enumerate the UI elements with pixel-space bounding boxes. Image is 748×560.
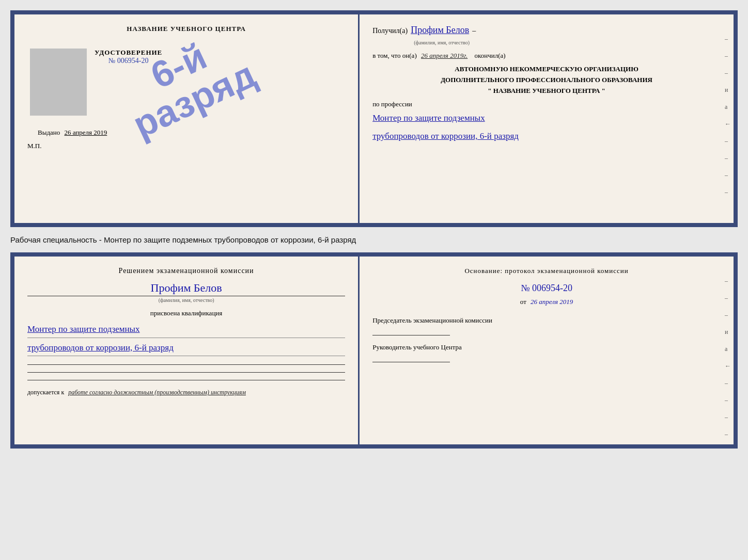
org-line3: " НАЗВАНИЕ УЧЕБНОГО ЦЕНТРА "	[372, 86, 721, 97]
org-line2: ДОПОЛНИТЕЛЬНОГО ПРОФЕССИОНАЛЬНОГО ОБРАЗО…	[372, 75, 721, 86]
cert-number: № 006954-20	[95, 57, 162, 65]
admission-text: допускается к работе согласно должностны…	[27, 389, 345, 396]
head-block: Руководитель учебного Центра	[372, 343, 721, 362]
specialty-label: Рабочая специальность - Монтер по защите…	[10, 233, 738, 246]
dash-after-name: –	[472, 27, 476, 35]
bottom-person-name: Профим Белов	[27, 281, 345, 296]
top-document: НАЗВАНИЕ УЧЕБНОГО ЦЕНТРА 6-й разряд УДОС…	[10, 10, 738, 227]
solid-line-2	[27, 372, 345, 373]
page-wrapper: НАЗВАНИЕ УЧЕБНОГО ЦЕНТРА 6-й разряд УДОС…	[10, 10, 738, 449]
in-that-label: в том, что он(а)	[372, 52, 417, 59]
qual-line1: Монтер по защите подземных	[27, 322, 345, 338]
basis-title: Основание: протокол экзаменационной коми…	[372, 267, 721, 275]
cert-title: УДОСТОВЕРЕНИЕ	[95, 49, 162, 57]
profession-line2: трубопроводов от коррозии, 6-й разряд	[372, 129, 721, 145]
bottom-person-name-label: (фамилия, имя, отчество)	[27, 297, 345, 303]
completed-label: окончил(а)	[475, 52, 506, 59]
right-side-decorations-bottom: – – – и а ← – – – –	[725, 277, 731, 438]
protocol-number: № 006954-20	[372, 283, 721, 294]
profession-label: по профессии	[372, 100, 412, 108]
photo-placeholder	[30, 49, 87, 116]
top-doc-left-panel: НАЗВАНИЕ УЧЕБНОГО ЦЕНТРА 6-й разряд УДОС…	[14, 14, 360, 223]
solid-line-1	[27, 364, 345, 365]
qual-line2: трубопроводов от коррозии, 6-й разряд	[27, 340, 345, 357]
mp-line: М.П.	[27, 142, 41, 150]
bottom-document: Решением экзаменационной комиссии Профим…	[10, 252, 738, 449]
right-side-decorations: – – – и а ← – – – –	[725, 35, 731, 196]
issued-line: Выдано 26 апреля 2019	[38, 129, 107, 137]
head-title: Руководитель учебного Центра	[372, 343, 462, 351]
head-signature-line	[372, 362, 450, 362]
profession-line1: Монтер по защите подземных	[372, 110, 721, 126]
admission-italic: работе согласно должностным (производств…	[68, 389, 246, 396]
institution-name-top: НАЗВАНИЕ УЧЕБНОГО ЦЕНТРА	[127, 25, 246, 33]
mp-label: М.П.	[27, 142, 41, 150]
chairman-signature-line	[372, 335, 450, 335]
admission-prefix: допускается к	[27, 389, 64, 396]
bottom-doc-right-panel: Основание: протокол экзаменационной коми…	[360, 257, 734, 444]
bottom-doc-left-panel: Решением экзаменационной комиссии Профим…	[14, 257, 360, 444]
from-date-val: 26 апреля 2019	[531, 298, 573, 306]
issued-date: 26 апреля 2019	[65, 129, 107, 136]
received-name-label: (фамилия, имя, отчество)	[414, 40, 721, 45]
top-doc-right-panel: Получил(а) Профим Белов – (фамилия, имя,…	[360, 14, 734, 223]
cert-title-block: УДОСТОВЕРЕНИЕ № 006954-20	[95, 49, 162, 65]
in-that-line: в том, что он(а) 26 апреля 2019г. окончи…	[372, 52, 721, 60]
assigned-qual-label: присвоена квалификация	[27, 309, 345, 317]
chairman-title: Председатель экзаменационной комиссии	[372, 316, 492, 324]
decision-title: Решением экзаменационной комиссии	[27, 267, 345, 275]
received-name: Профим Белов	[411, 25, 469, 36]
org-line1: АВТОНОМНУЮ НЕКОММЕРЧЕСКУЮ ОРГАНИЗАЦИЮ	[372, 64, 721, 75]
received-label: Получил(а)	[372, 27, 408, 35]
org-block: АВТОНОМНУЮ НЕКОММЕРЧЕСКУЮ ОРГАНИЗАЦИЮ ДО…	[372, 64, 721, 96]
from-label: от	[520, 298, 526, 306]
chairman-block: Председатель экзаменационной комиссии	[372, 316, 721, 335]
completed-date: 26 апреля 2019г.	[421, 52, 467, 59]
solid-line-3	[27, 380, 345, 380]
from-date-line: от 26 апреля 2019	[372, 298, 721, 306]
profession-line: по профессии Монтер по защите подземных …	[372, 100, 721, 144]
issued-label: Выдано	[38, 129, 60, 136]
bottom-lines-group	[27, 362, 345, 382]
